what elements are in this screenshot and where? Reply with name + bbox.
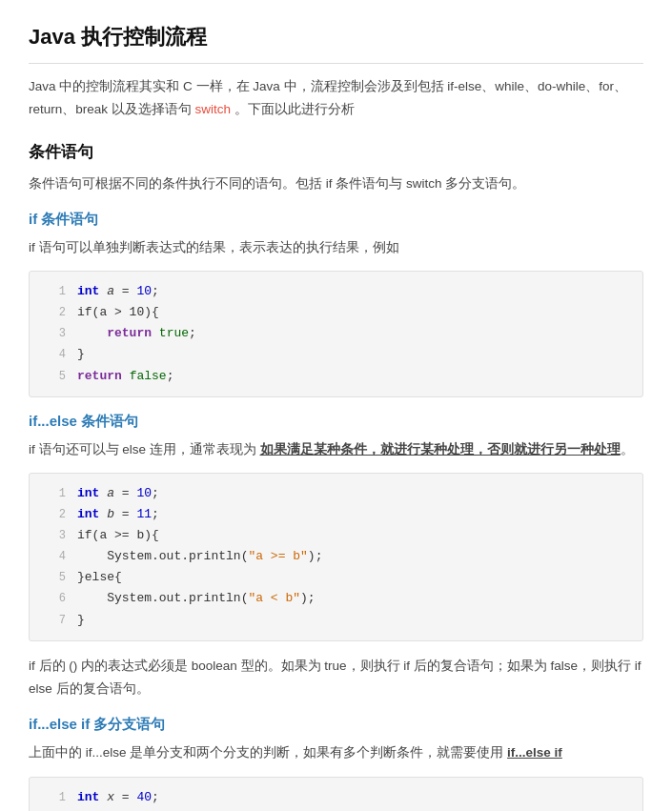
code-line: 5 return false;	[43, 366, 629, 387]
code-line: 3 return true;	[43, 323, 629, 344]
intro-keyword-switch: switch	[195, 102, 232, 116]
subsection-if-desc: if 语句可以单独判断表达式的结果，表示表达的执行结果，例如	[29, 236, 643, 259]
line-number: 7	[43, 610, 66, 630]
code-line: 2 int b = 11;	[43, 504, 629, 525]
ifelse-desc-suffix: 。	[621, 442, 634, 456]
line-number: 6	[43, 588, 66, 608]
subsection-ifelseif-title: if...else if 多分支语句	[29, 716, 643, 734]
section-conditional-desc: 条件语句可根据不同的条件执行不同的语句。包括 if 条件语句与 switch 多…	[29, 172, 643, 195]
intro-paragraph: Java 中的控制流程其实和 C 一样，在 Java 中，流程控制会涉及到包括 …	[29, 75, 643, 122]
code-line: 4 }	[43, 344, 629, 365]
intro-text-after: 。下面以此进行分析	[234, 102, 355, 116]
code-line: 4 System.out.println("a >= b");	[43, 546, 629, 567]
ifelse-desc-prefix: if 语句还可以与 else 连用，通常表现为	[29, 442, 260, 456]
subsection-ifelse-title: if...else 条件语句	[29, 413, 643, 431]
code-line: 5 }else{	[43, 567, 629, 588]
line-number: 4	[43, 546, 66, 566]
code-block-2: 1 int a = 10; 2 int b = 11; 3 if(a >= b)…	[29, 473, 643, 641]
code-line: 3 if(a >= b){	[43, 525, 629, 546]
line-number: 5	[43, 366, 66, 386]
line-number: 4	[43, 344, 66, 364]
code-line: 2 if(a > 10){	[43, 302, 629, 323]
line-number: 2	[43, 808, 66, 811]
line-number: 3	[43, 525, 66, 545]
page-title: Java 执行控制流程	[29, 23, 643, 64]
subsection-ifelse-desc: if 语句还可以与 else 连用，通常表现为 如果满足某种条件，就进行某种处理…	[29, 438, 643, 461]
code-block-1: 1 int a = 10; 2 if(a > 10){ 3 return tru…	[29, 271, 643, 396]
code-line: 2 if(x > 60) {	[43, 808, 629, 811]
line-number: 1	[43, 483, 66, 503]
ifelse-desc-bold: 如果满足某种条件，就进行某种处理，否则就进行另一种处理	[260, 442, 621, 456]
line-number: 2	[43, 504, 66, 524]
section-conditional-title: 条件语句	[29, 141, 643, 163]
code-line: 1 int x = 40;	[43, 787, 629, 808]
bottom-text-boolean: if 后的 () 内的表达式必须是 boolean 型的。如果为 true，则执…	[29, 655, 643, 701]
subsection-if-title: if 条件语句	[29, 211, 643, 229]
code-line: 6 System.out.println("a < b");	[43, 588, 629, 609]
ifelseif-desc-bold: if...else if	[507, 745, 562, 760]
ifelseif-desc-text: 上面中的 if...else 是单分支和两个分支的判断，如果有多个判断条件，就需…	[29, 745, 507, 760]
line-number: 1	[43, 787, 66, 807]
line-number: 1	[43, 281, 66, 301]
code-block-3: 1 int x = 40; 2 if(x > 60) { 3 System.ou…	[29, 777, 643, 812]
code-line: 7 }	[43, 610, 629, 631]
line-number: 2	[43, 302, 66, 322]
line-number: 3	[43, 323, 66, 343]
code-line: 1 int a = 10;	[43, 281, 629, 302]
line-number: 5	[43, 567, 66, 587]
subsection-ifelseif-desc: 上面中的 if...else 是单分支和两个分支的判断，如果有多个判断条件，就需…	[29, 741, 643, 764]
code-line: 1 int a = 10;	[43, 483, 629, 504]
